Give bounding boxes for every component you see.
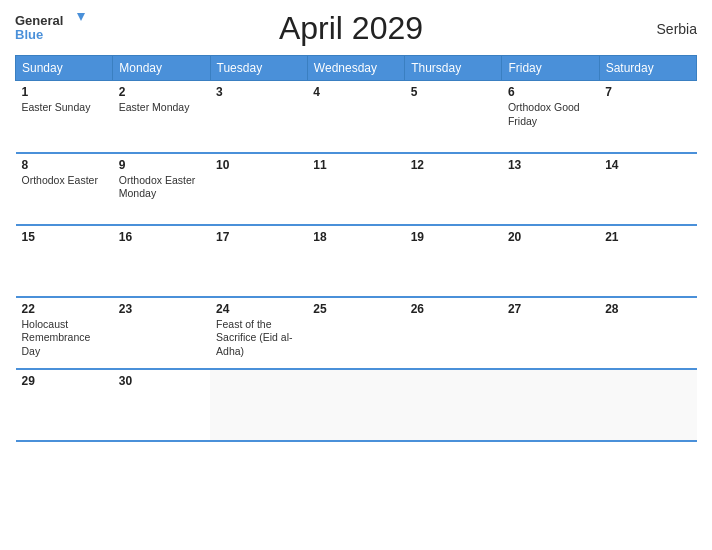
day-number: 7 (605, 85, 690, 99)
calendar-cell: 29 (16, 369, 113, 441)
day-number: 4 (313, 85, 398, 99)
day-number: 16 (119, 230, 204, 244)
calendar-cell: 8Orthodox Easter (16, 153, 113, 225)
day-number: 9 (119, 158, 204, 172)
calendar-cell: 30 (113, 369, 210, 441)
column-header-monday: Monday (113, 56, 210, 81)
day-number: 30 (119, 374, 204, 388)
calendar-cell: 17 (210, 225, 307, 297)
page-header: General Blue April 2029 Serbia (15, 10, 697, 47)
svg-marker-2 (77, 13, 85, 21)
svg-text:General: General (15, 13, 63, 28)
calendar-cell: 19 (405, 225, 502, 297)
calendar-week-1: 1Easter Sunday2Easter Monday3456Orthodox… (16, 81, 697, 153)
calendar-week-5: 2930 (16, 369, 697, 441)
column-header-sunday: Sunday (16, 56, 113, 81)
calendar-cell: 7 (599, 81, 696, 153)
day-number: 19 (411, 230, 496, 244)
calendar-cell (599, 369, 696, 441)
calendar-cell: 10 (210, 153, 307, 225)
day-number: 23 (119, 302, 204, 316)
calendar-cell: 27 (502, 297, 599, 369)
page-title: April 2029 (85, 10, 617, 47)
calendar-cell: 5 (405, 81, 502, 153)
day-number: 5 (411, 85, 496, 99)
calendar-body: 1Easter Sunday2Easter Monday3456Orthodox… (16, 81, 697, 441)
country-label: Serbia (617, 21, 697, 37)
event-label: Orthodox Easter Monday (119, 174, 204, 201)
calendar-cell: 11 (307, 153, 404, 225)
event-label: Easter Monday (119, 101, 204, 115)
day-number: 27 (508, 302, 593, 316)
calendar-cell (307, 369, 404, 441)
calendar-cell: 15 (16, 225, 113, 297)
day-number: 15 (22, 230, 107, 244)
calendar-cell: 26 (405, 297, 502, 369)
column-header-thursday: Thursday (405, 56, 502, 81)
day-number: 24 (216, 302, 301, 316)
calendar-cell: 21 (599, 225, 696, 297)
calendar-cell: 22Holocaust Remembrance Day (16, 297, 113, 369)
day-number: 17 (216, 230, 301, 244)
column-header-saturday: Saturday (599, 56, 696, 81)
day-number: 14 (605, 158, 690, 172)
calendar-cell: 24Feast of the Sacrifice (Eid al-Adha) (210, 297, 307, 369)
calendar-cell: 25 (307, 297, 404, 369)
calendar-week-4: 22Holocaust Remembrance Day2324Feast of … (16, 297, 697, 369)
calendar-cell: 18 (307, 225, 404, 297)
calendar-cell: 9Orthodox Easter Monday (113, 153, 210, 225)
calendar-cell: 20 (502, 225, 599, 297)
event-label: Easter Sunday (22, 101, 107, 115)
calendar-cell: 28 (599, 297, 696, 369)
day-number: 20 (508, 230, 593, 244)
day-number: 18 (313, 230, 398, 244)
calendar-cell (502, 369, 599, 441)
event-label: Holocaust Remembrance Day (22, 318, 107, 359)
calendar-cell: 1Easter Sunday (16, 81, 113, 153)
day-number: 26 (411, 302, 496, 316)
day-number: 11 (313, 158, 398, 172)
event-label: Orthodox Good Friday (508, 101, 593, 128)
calendar-table: SundayMondayTuesdayWednesdayThursdayFrid… (15, 55, 697, 442)
calendar-week-2: 8Orthodox Easter9Orthodox Easter Monday1… (16, 153, 697, 225)
column-header-wednesday: Wednesday (307, 56, 404, 81)
calendar-cell (210, 369, 307, 441)
day-number: 10 (216, 158, 301, 172)
day-number: 22 (22, 302, 107, 316)
day-number: 29 (22, 374, 107, 388)
day-number: 1 (22, 85, 107, 99)
calendar-cell (405, 369, 502, 441)
calendar-cell: 12 (405, 153, 502, 225)
day-number: 8 (22, 158, 107, 172)
column-header-tuesday: Tuesday (210, 56, 307, 81)
calendar-cell: 4 (307, 81, 404, 153)
calendar-cell: 6Orthodox Good Friday (502, 81, 599, 153)
event-label: Orthodox Easter (22, 174, 107, 188)
day-number: 2 (119, 85, 204, 99)
day-number: 25 (313, 302, 398, 316)
calendar-header: SundayMondayTuesdayWednesdayThursdayFrid… (16, 56, 697, 81)
event-label: Feast of the Sacrifice (Eid al-Adha) (216, 318, 301, 359)
day-number: 12 (411, 158, 496, 172)
calendar-cell: 2Easter Monday (113, 81, 210, 153)
day-number: 28 (605, 302, 690, 316)
calendar-cell: 14 (599, 153, 696, 225)
calendar-cell: 13 (502, 153, 599, 225)
calendar-cell: 23 (113, 297, 210, 369)
logo: General Blue (15, 11, 85, 47)
svg-text:Blue: Blue (15, 27, 43, 42)
day-number: 6 (508, 85, 593, 99)
calendar-cell: 16 (113, 225, 210, 297)
logo-svg: General Blue (15, 11, 85, 47)
calendar-week-3: 15161718192021 (16, 225, 697, 297)
day-number: 3 (216, 85, 301, 99)
day-number: 13 (508, 158, 593, 172)
column-header-friday: Friday (502, 56, 599, 81)
day-number: 21 (605, 230, 690, 244)
calendar-cell: 3 (210, 81, 307, 153)
